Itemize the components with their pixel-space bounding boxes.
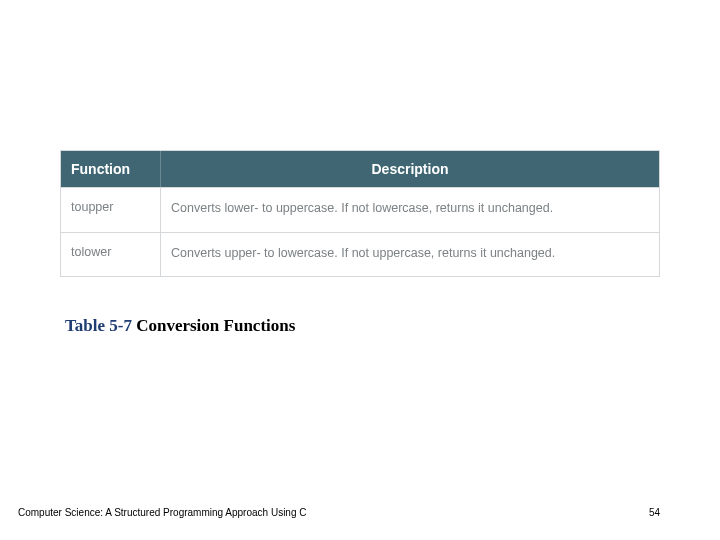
footer-book-title: Computer Science: A Structured Programmi…: [18, 507, 306, 518]
table-row: toupper Converts lower- to uppercase. If…: [61, 187, 659, 232]
cell-description: Converts lower- to uppercase. If not low…: [161, 188, 659, 232]
table-caption: Table 5-7 Conversion Functions: [65, 316, 295, 336]
slide: Function Description toupper Converts lo…: [0, 0, 720, 540]
header-function: Function: [61, 151, 161, 187]
conversion-functions-table: Function Description toupper Converts lo…: [60, 150, 660, 277]
header-description: Description: [161, 151, 659, 187]
table-body: toupper Converts lower- to uppercase. If…: [61, 187, 659, 276]
table-header-row: Function Description: [61, 151, 659, 187]
footer-page-number: 54: [649, 507, 660, 518]
cell-function: toupper: [61, 188, 161, 232]
cell-description: Converts upper- to lowercase. If not upp…: [161, 233, 659, 277]
cell-function: tolower: [61, 233, 161, 277]
caption-lead: Table 5-7: [65, 316, 132, 335]
caption-rest: Conversion Functions: [132, 316, 295, 335]
table-row: tolower Converts upper- to lowercase. If…: [61, 232, 659, 277]
